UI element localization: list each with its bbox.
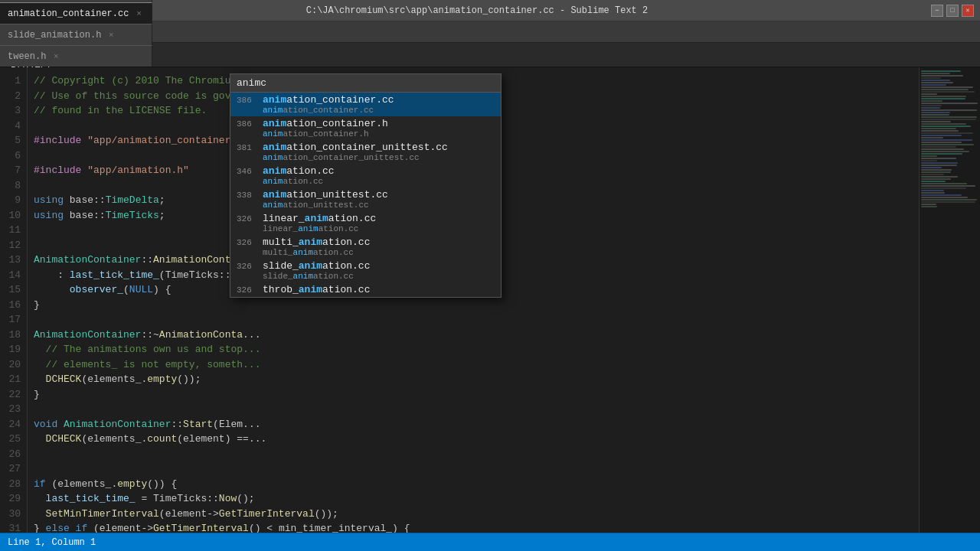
minimap-line [921, 158, 956, 159]
code-line: last_tick_time_ = TimeTicks::Now(); [34, 491, 919, 507]
minimap-line [921, 165, 957, 166]
ac-subname-7: slide_animation.cc [237, 272, 495, 281]
maximize-button[interactable]: □ [946, 5, 959, 17]
autocomplete-item-7[interactable]: 326slide_animation.ccslide_animation.cc [230, 259, 501, 282]
autocomplete-item-5[interactable]: 326linear_animation.cclinear_animation.c… [230, 211, 501, 235]
ac-score-0: 386 [237, 96, 258, 105]
code-line: if (elements_.empty()) { [34, 477, 919, 492]
autocomplete-item-6[interactable]: 326multi_animation.ccmulti_animation.cc [230, 235, 501, 259]
line-number-28: 28 [3, 477, 21, 492]
minimap-line [921, 114, 949, 116]
minimap-line [921, 181, 946, 182]
autocomplete-item-0[interactable]: 386animation_container.ccanimation_conta… [230, 93, 501, 116]
tabs-container: x11_util.ccanimation.h×animation_contain… [0, 0, 152, 67]
minimap-line [921, 135, 962, 136]
ac-name-2: animation_container_unittest.cc [263, 142, 448, 153]
line-number-17: 17 [3, 312, 21, 328]
status-bar: Line 1, Column 1 [0, 533, 980, 551]
line-number-18: 18 [3, 328, 21, 343]
ac-score-7: 326 [237, 262, 258, 271]
tab-tween_h[interactable]: tween.h× [0, 45, 152, 67]
line-number-22: 22 [3, 387, 21, 403]
ac-score-5: 326 [237, 214, 258, 223]
minimap-line [921, 100, 942, 102]
minimap-line [921, 73, 950, 74]
ac-score-6: 326 [237, 238, 258, 247]
minimize-button[interactable]: − [931, 5, 943, 17]
minimap-line [921, 130, 959, 132]
minimap-line [921, 190, 944, 191]
code-line: SetMinTimerInterval(element->GetTimerInt… [34, 507, 919, 522]
minimap-line [921, 126, 971, 127]
autocomplete-item-2[interactable]: 381animation_container_unittest.ccanimat… [230, 140, 501, 164]
ac-name-1: animation_container.h [263, 118, 388, 129]
minimap-line [921, 82, 953, 83]
ac-score-4: 338 [237, 191, 258, 200]
code-line: AnimationContainer::~AnimationConta... [34, 328, 919, 343]
code-line: DCHECK(elements_.count(element) ==... [34, 432, 919, 447]
ac-score-8: 326 [237, 285, 258, 295]
code-line: // elements_ is not empty, someth... [34, 357, 919, 373]
minimap-line [921, 109, 977, 111]
editor[interactable]: 1234567891011121314151617181920212223242… [0, 67, 919, 533]
minimap-line [921, 105, 942, 106]
tab-close-slide_animation_h[interactable]: × [106, 30, 116, 41]
line-number-31: 31 [3, 521, 21, 533]
minimap-line [921, 93, 937, 95]
ac-name-5: linear_animation.cc [263, 213, 376, 224]
minimap-line [921, 80, 950, 81]
minimap-line [921, 171, 951, 173]
code-line [34, 461, 919, 477]
line-number-26: 26 [3, 447, 21, 462]
tab-label-slide_animation_h: slide_animation.h [8, 30, 101, 41]
line-number-4: 4 [3, 119, 21, 134]
minimap-line [921, 121, 951, 122]
ac-score-2: 381 [237, 143, 258, 152]
code-line [34, 312, 919, 328]
autocomplete-input[interactable] [230, 74, 501, 93]
minimap-line [921, 194, 962, 196]
line-number-8: 8 [3, 178, 21, 194]
minimap-line [921, 169, 952, 171]
minimap-line [921, 176, 958, 178]
minimap-line [921, 155, 937, 157]
close-button[interactable]: ✕ [962, 5, 974, 17]
code-line: } [34, 298, 919, 313]
ac-subname-3: animation.cc [237, 177, 495, 186]
minimap-line [921, 151, 969, 152]
autocomplete-item-4[interactable]: 338animation_unittest.ccanimation_unitte… [230, 187, 501, 211]
line-number-7: 7 [3, 163, 21, 178]
window-controls: − □ ✕ [931, 5, 974, 17]
ac-name-4: animation_unittest.cc [263, 189, 388, 201]
minimap-line [921, 192, 945, 194]
tab-slide_animation_h[interactable]: slide_animation.h× [0, 24, 152, 45]
ac-name-8: throb_animation.cc [263, 284, 370, 295]
minimap-line [921, 204, 936, 205]
ac-subname-0: animation_container.cc [237, 106, 495, 115]
minimap-line [921, 162, 958, 164]
minimap-line [921, 75, 963, 77]
line-number-5: 5 [3, 133, 21, 148]
code-line: } [34, 387, 919, 403]
autocomplete-item-1[interactable]: 386animation_container.hanimation_contai… [230, 116, 501, 140]
code-line [34, 447, 919, 462]
minimap-content [920, 67, 980, 211]
ac-score-1: 386 [237, 119, 258, 129]
tab-close-animation_container_cc[interactable]: × [133, 8, 144, 19]
minimap-line [921, 178, 951, 180]
autocomplete-item-8[interactable]: 326throb_animation.cc [230, 282, 501, 297]
minimap-line [921, 96, 966, 97]
autocomplete-item-3[interactable]: 346animation.ccanimation.cc [230, 164, 501, 187]
line-number-1: 1 [3, 73, 21, 89]
minimap [919, 67, 980, 533]
ac-name-7: slide_animation.cc [263, 260, 370, 272]
minimap-line [921, 174, 944, 175]
minimap-line [921, 199, 977, 201]
ac-subname-1: animation_container.h [237, 129, 495, 139]
minimap-line [921, 142, 962, 143]
tab-animation_container_cc[interactable]: animation_container.cc× [0, 2, 152, 24]
minimap-line [921, 197, 968, 198]
minimap-line [921, 139, 972, 141]
line-number-14: 14 [3, 268, 21, 283]
tab-close-tween_h[interactable]: × [51, 51, 61, 62]
